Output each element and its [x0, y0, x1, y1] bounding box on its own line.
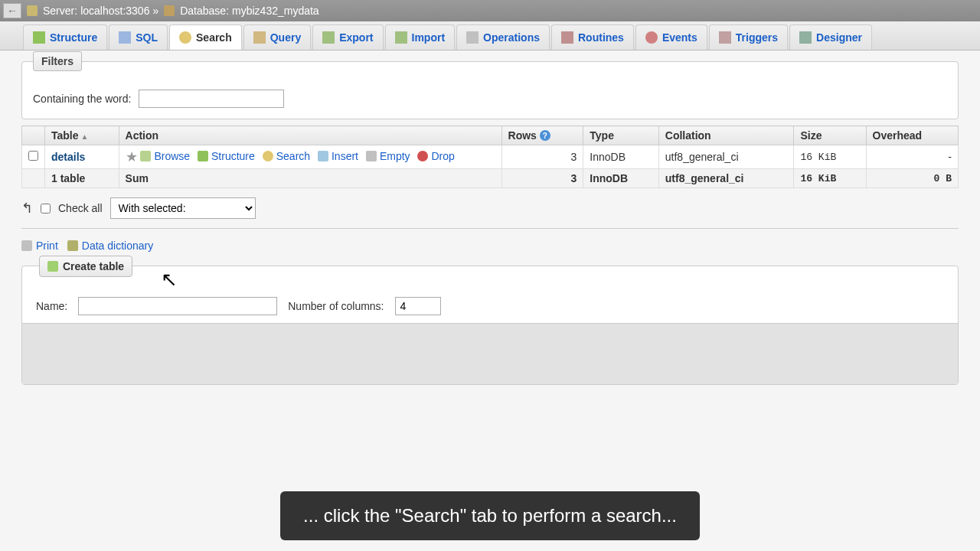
filters-fieldset: Filters Containing the word: [21, 61, 959, 119]
events-icon [645, 31, 658, 44]
back-button[interactable]: ← [3, 3, 21, 18]
tab-search[interactable]: Search [169, 24, 242, 50]
drop-icon [417, 151, 428, 161]
tab-triggers[interactable]: Triggers [709, 24, 788, 50]
main-tabs: Structure SQL Search Query Export Import… [0, 21, 980, 51]
col-check [22, 126, 45, 145]
tab-export[interactable]: Export [312, 24, 383, 50]
create-table-fieldset: Create table Name: Number of columns: [21, 266, 959, 385]
row-type: InnoDB [583, 145, 659, 169]
row-size: 16 KiB [794, 145, 866, 169]
structure-icon [33, 31, 45, 44]
col-overhead[interactable]: Overhead [866, 126, 958, 145]
query-icon [253, 31, 266, 44]
sum-label: Sum [119, 169, 501, 188]
tab-events[interactable]: Events [635, 24, 707, 50]
print-icon [21, 240, 32, 251]
sum-collation: utf8_general_ci [658, 169, 794, 188]
row-overhead: - [866, 145, 958, 169]
cols-label: Number of columns: [288, 300, 384, 312]
structure-icon [198, 151, 208, 161]
database-name[interactable]: mybiz432_mydata [232, 5, 319, 17]
operations-icon [466, 31, 479, 44]
tab-structure[interactable]: Structure [23, 24, 107, 50]
sort-asc-icon: ▲ [81, 132, 89, 141]
col-type[interactable]: Type [583, 126, 659, 145]
tutorial-caption: ... click the "Search" tab to perform a … [280, 491, 700, 540]
tab-sql[interactable]: SQL [109, 24, 168, 50]
table-row: details ★ Browse Structure Search Insert… [22, 145, 959, 169]
help-icon[interactable]: ? [540, 130, 550, 141]
tab-designer[interactable]: Designer [789, 24, 872, 50]
filter-input[interactable] [139, 90, 284, 108]
num-columns-input[interactable] [395, 297, 441, 315]
routines-icon [561, 31, 573, 44]
sum-type: InnoDB [583, 169, 659, 188]
check-all-checkbox[interactable] [41, 204, 51, 214]
designer-icon [799, 31, 812, 44]
browse-icon [140, 151, 151, 161]
drop-link[interactable]: Drop [417, 150, 454, 162]
row-checkbox[interactable] [28, 151, 38, 161]
sql-icon [119, 31, 131, 44]
tab-query[interactable]: Query [243, 24, 311, 50]
col-collation[interactable]: Collation [658, 126, 794, 145]
server-name[interactable]: localhost:3306 [80, 5, 149, 17]
triggers-icon [719, 31, 731, 44]
empty-link[interactable]: Empty [366, 150, 410, 162]
search-small-icon [263, 151, 273, 161]
col-size[interactable]: Size [794, 126, 866, 145]
database-label: Database: [180, 5, 229, 17]
sum-rows: 3 [501, 169, 583, 188]
server-icon [27, 5, 38, 16]
breadcrumb: ← Server: localhost:3306 » Database: myb… [0, 0, 980, 21]
row-rows: 3 [501, 145, 583, 169]
tab-import[interactable]: Import [385, 24, 456, 50]
server-label: Server: [43, 5, 77, 17]
check-all-label[interactable]: Check all [58, 202, 103, 214]
tables-list: Table▲ Action Rows ? Type Collation Size… [21, 126, 959, 188]
table-name-input[interactable] [78, 297, 277, 315]
create-table-footer [22, 323, 958, 384]
col-action: Action [119, 126, 501, 145]
row-collation: utf8_general_ci [658, 145, 794, 169]
with-selected-dropdown[interactable]: With selected: [110, 197, 256, 219]
dictionary-icon [67, 240, 78, 251]
export-icon [322, 31, 335, 44]
empty-icon [366, 151, 377, 161]
data-dictionary-link[interactable]: Data dictionary [67, 240, 153, 252]
sum-size: 16 KiB [794, 169, 866, 188]
insert-link[interactable]: Insert [318, 150, 358, 162]
sum-row: 1 table Sum 3 InnoDB utf8_general_ci 16 … [22, 169, 959, 188]
database-icon [164, 5, 175, 16]
sum-overhead: 0 B [866, 169, 958, 188]
favorite-icon[interactable]: ★ [126, 149, 138, 165]
tab-routines[interactable]: Routines [551, 24, 634, 50]
create-table-legend: Create table [39, 256, 132, 277]
browse-link[interactable]: Browse [140, 150, 190, 162]
insert-icon [318, 151, 328, 161]
create-table-icon [47, 261, 58, 272]
filter-label: Containing the word: [33, 93, 131, 105]
table-name-link[interactable]: details [51, 151, 85, 163]
col-rows[interactable]: Rows ? [501, 126, 583, 145]
name-label: Name: [36, 300, 67, 312]
structure-link[interactable]: Structure [198, 150, 255, 162]
search-link[interactable]: Search [263, 150, 310, 162]
filters-legend: Filters [33, 51, 82, 71]
col-table[interactable]: Table▲ [45, 126, 119, 145]
search-icon [179, 31, 191, 44]
up-arrow-icon: ↱ [21, 200, 33, 217]
print-link[interactable]: Print [21, 240, 58, 252]
import-icon [395, 31, 407, 44]
tab-operations[interactable]: Operations [456, 24, 550, 50]
sum-tables: 1 table [45, 169, 119, 188]
